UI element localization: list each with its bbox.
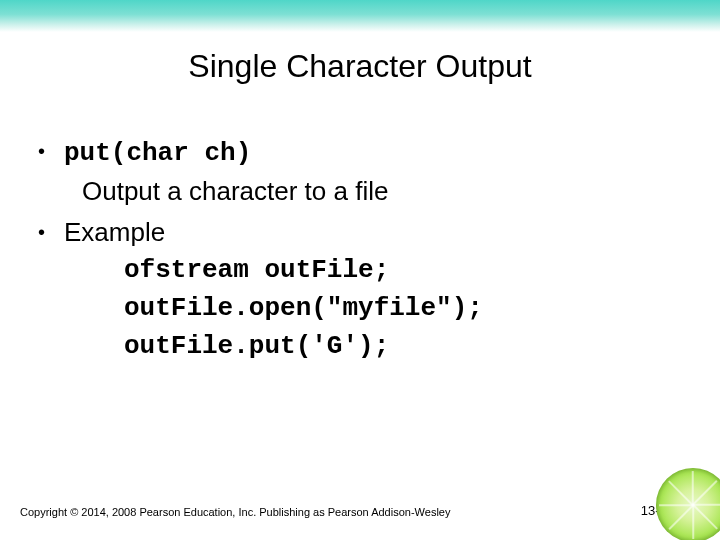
put-description: Output a character to a file xyxy=(82,173,690,209)
bullet-put-signature: • put(char ch) xyxy=(38,135,690,171)
code-line: ofstream outFile; xyxy=(124,252,690,290)
code-line: outFile.put('G'); xyxy=(124,328,690,366)
bullet-example: • Example xyxy=(38,214,690,250)
decorative-top-gradient xyxy=(0,0,720,32)
content-area: • put(char ch) Output a character to a f… xyxy=(38,135,690,365)
example-label: Example xyxy=(64,214,690,250)
lime-slice-icon xyxy=(656,468,720,540)
example-code-block: ofstream outFile; outFile.open("myfile")… xyxy=(124,252,690,365)
slide-title: Single Character Output xyxy=(0,48,720,85)
copyright-footer: Copyright © 2014, 2008 Pearson Education… xyxy=(20,506,450,518)
bullet-dot-icon: • xyxy=(38,141,64,161)
code-line: outFile.open("myfile"); xyxy=(124,290,690,328)
put-signature-code: put(char ch) xyxy=(64,135,690,171)
bullet-dot-icon: • xyxy=(38,222,64,242)
